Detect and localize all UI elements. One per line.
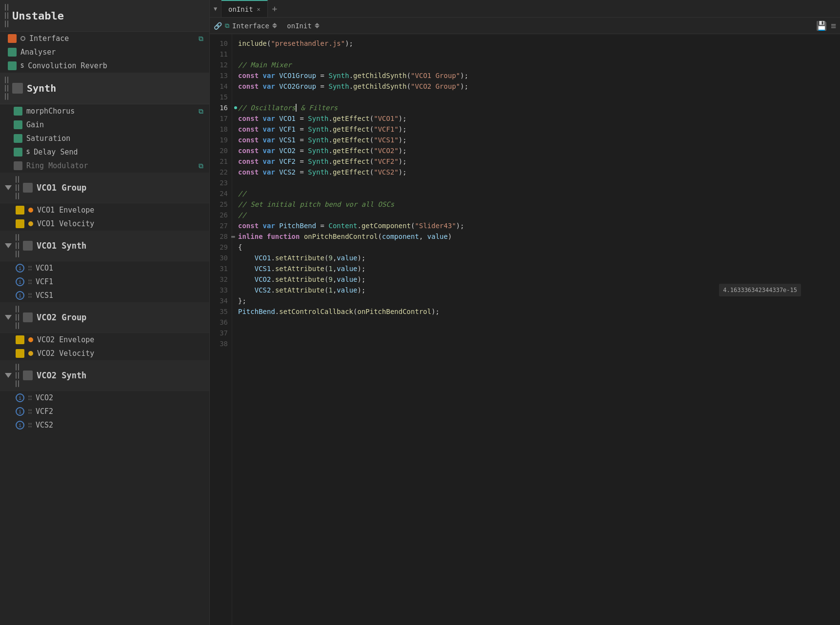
code-line-29: { bbox=[238, 242, 840, 253]
vco1-velocity-color bbox=[16, 219, 24, 228]
gain-color bbox=[14, 120, 22, 129]
vco1-envelope-item[interactable]: VCO1 Envelope bbox=[0, 203, 209, 217]
drag-handle-vco2synth bbox=[16, 364, 19, 387]
code-line-30: VCO1.setAttribute(9,value); bbox=[238, 253, 840, 263]
vco2-envelope-label: VCO2 Envelope bbox=[37, 335, 203, 344]
code-line-15 bbox=[238, 92, 840, 102]
ring-external-icon[interactable]: ⧉ bbox=[199, 162, 203, 170]
collapse-28-icon[interactable]: ▬ bbox=[231, 231, 235, 242]
code-line-23 bbox=[238, 177, 840, 188]
vcf2-info-icon[interactable]: i bbox=[16, 407, 24, 416]
tab-left-arrow[interactable]: ▼ bbox=[210, 0, 221, 17]
vco2-item[interactable]: i VCO2 bbox=[0, 391, 209, 405]
line-num-18: 18 bbox=[210, 124, 232, 135]
line-num-35: 35 bbox=[210, 306, 232, 317]
drag-handle-unstable bbox=[5, 4, 8, 27]
convolution-color bbox=[8, 61, 17, 70]
delay-send-item[interactable]: S Delay Send bbox=[0, 145, 209, 159]
left-panel: Unstable Interface ⧉ Analyser S Convolut… bbox=[0, 0, 210, 625]
vcs2-item[interactable]: i VCS2 bbox=[0, 418, 209, 432]
morphchorus-item[interactable]: morphChorus ⧉ bbox=[0, 104, 209, 118]
breadcrumb-link-icon: 🔗 bbox=[214, 22, 222, 30]
vcf2-item[interactable]: i VCF2 bbox=[0, 405, 209, 418]
line-num-17: 17 bbox=[210, 113, 232, 124]
code-line-14: const var VCO2Group = Synth.getChildSynt… bbox=[238, 81, 840, 92]
oninit-tab-label: onInit bbox=[228, 5, 253, 13]
code-line-26: // bbox=[238, 210, 840, 220]
code-line-35: PitchBend.setControlCallback(onPitchBend… bbox=[238, 306, 840, 317]
vco1-synth-square bbox=[23, 241, 33, 251]
code-line-36 bbox=[238, 317, 840, 328]
code-line-19: const var VCS1 = Synth.getEffect("VCS1")… bbox=[238, 135, 840, 145]
vco2-velocity-item[interactable]: VCO2 Velocity bbox=[0, 347, 209, 360]
code-line-20: const var VCO2 = Synth.getEffect("VCO2")… bbox=[238, 145, 840, 156]
tab-close-icon[interactable]: ✕ bbox=[257, 6, 260, 13]
vco1-group-square bbox=[23, 183, 33, 193]
breadcrumb-interface[interactable]: Interface bbox=[232, 22, 277, 30]
vcf2-drag bbox=[29, 409, 32, 414]
right-panel: ▼ onInit ✕ + 🔗 ⧉ Interface onInit 💾 bbox=[210, 0, 840, 625]
interface-item[interactable]: Interface ⧉ bbox=[0, 32, 209, 45]
vco1-envelope-circle bbox=[28, 208, 33, 213]
code-line-25: // Set initial pitch bend vor all OSCs bbox=[238, 199, 840, 210]
unstable-header[interactable]: Unstable bbox=[0, 0, 209, 32]
interface-external-link-icon[interactable]: ⧉ bbox=[199, 35, 203, 43]
analyser-color bbox=[8, 48, 17, 57]
code-line-28: ▬ inline function onPitchBendControl(com… bbox=[238, 231, 840, 242]
vco1-envelope-color bbox=[16, 206, 24, 215]
vco1-velocity-item[interactable]: VCO1 Velocity bbox=[0, 217, 209, 231]
green-dot bbox=[234, 106, 237, 109]
morphchorus-color bbox=[14, 107, 22, 116]
vcf1-info-icon[interactable]: i bbox=[16, 277, 24, 286]
synth-header[interactable]: Synth bbox=[0, 73, 209, 104]
vco1-drag bbox=[29, 266, 32, 271]
analyser-item[interactable]: Analyser bbox=[0, 45, 209, 59]
vco2-synth-header[interactable]: VCO2 Synth bbox=[0, 360, 209, 391]
code-line-13: const var VCO1Group = Synth.getChildSynt… bbox=[238, 70, 840, 81]
vco2-envelope-circle bbox=[28, 337, 33, 342]
vcs1-item[interactable]: i VCS1 bbox=[0, 289, 209, 302]
synth-title: Synth bbox=[27, 82, 56, 94]
line-num-22: 22 bbox=[210, 167, 232, 177]
vcs1-info-icon[interactable]: i bbox=[16, 291, 24, 300]
saturation-item[interactable]: Saturation bbox=[0, 132, 209, 145]
vco2-label: VCO2 bbox=[36, 393, 203, 402]
line-num-11: 11 bbox=[210, 49, 232, 59]
code-line-18: const var VCF1 = Synth.getEffect("VCF1")… bbox=[238, 124, 840, 135]
morphchorus-external-icon[interactable]: ⧉ bbox=[199, 107, 203, 116]
gain-item[interactable]: Gain bbox=[0, 118, 209, 132]
vcf1-drag bbox=[29, 279, 32, 284]
code-editor[interactable]: 10 11 12 13 14 15 16 17 18 19 20 21 22 2… bbox=[210, 34, 840, 625]
ring-modulator-item[interactable]: Ring Modulator ⧉ bbox=[0, 159, 209, 173]
line-num-37: 37 bbox=[210, 328, 232, 338]
vco2-info-icon[interactable]: i bbox=[16, 393, 24, 402]
tab-add-button[interactable]: + bbox=[268, 0, 281, 17]
breadcrumb-external-icon[interactable]: ⧉ bbox=[225, 22, 229, 30]
vco1-label: VCO1 bbox=[36, 264, 203, 273]
vco1-info-icon[interactable]: i bbox=[16, 264, 24, 273]
vco1-group-header[interactable]: VCO1 Group bbox=[0, 173, 209, 203]
vco2-envelope-item[interactable]: VCO2 Envelope bbox=[0, 333, 209, 347]
line-num-15: 15 bbox=[210, 92, 232, 102]
vcs2-info-icon[interactable]: i bbox=[16, 421, 24, 430]
oninit-tab[interactable]: onInit ✕ bbox=[221, 0, 268, 17]
breadcrumb-separator bbox=[280, 22, 284, 30]
vco2-synth-title: VCO2 Synth bbox=[37, 371, 86, 380]
vcf1-item[interactable]: i VCF1 bbox=[0, 275, 209, 289]
convolution-label: Convolution Reverb bbox=[28, 61, 203, 70]
save-icon[interactable]: 💾 bbox=[816, 20, 827, 31]
convolution-reverb-item[interactable]: S Convolution Reverb bbox=[0, 59, 209, 73]
line-num-32: 32 bbox=[210, 274, 232, 285]
vco1-synth-header[interactable]: VCO1 Synth bbox=[0, 231, 209, 261]
vco1-velocity-label: VCO1 Velocity bbox=[37, 219, 203, 228]
vco2-velocity-label: VCO2 Velocity bbox=[37, 349, 203, 358]
vco2-group-header[interactable]: VCO2 Group bbox=[0, 302, 209, 333]
vco1-item[interactable]: i VCO1 bbox=[0, 261, 209, 275]
sidebar-toggle-icon[interactable]: ≡ bbox=[831, 20, 836, 31]
code-content[interactable]: include("presethandler.js"); // Main Mix… bbox=[232, 34, 840, 625]
saturation-label: Saturation bbox=[26, 134, 203, 143]
breadcrumb-oninit[interactable]: onInit bbox=[287, 22, 320, 30]
code-line-12: // Main Mixer bbox=[238, 59, 840, 70]
code-line-16: // Oscillators & Filters bbox=[238, 102, 840, 113]
morphchorus-label: morphChorus bbox=[26, 107, 195, 116]
